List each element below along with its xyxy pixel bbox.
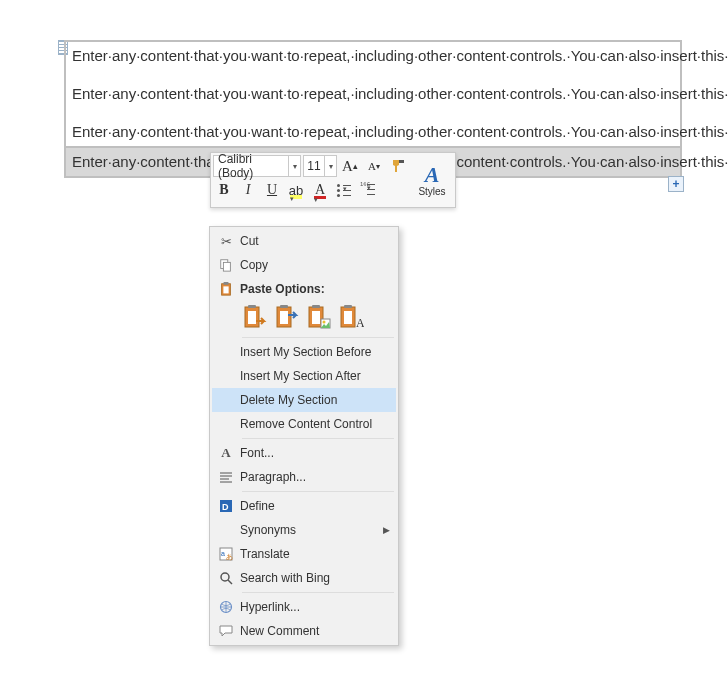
hyperlink-icon: [212, 600, 240, 614]
menu-new-comment-label: New Comment: [240, 624, 392, 638]
text-highlight-button[interactable]: ab: [285, 179, 307, 201]
copy-icon: [212, 258, 240, 272]
paste-options-row: A: [212, 301, 396, 335]
context-menu: ✂ Cut Copy Paste Options: A Insert My Se…: [209, 226, 399, 646]
svg-rect-6: [248, 305, 256, 308]
font-size-combo[interactable]: 11 ▾: [303, 155, 337, 177]
styles-icon: A: [425, 164, 440, 186]
bold-button[interactable]: B: [213, 179, 235, 201]
menu-cut-label: Cut: [240, 234, 392, 248]
svg-rect-10: [280, 311, 288, 324]
clipboard-icon: [212, 282, 240, 296]
mini-toolbar-top-row: Calibri (Body) ▾ 11 ▾ A▴ A▾: [213, 155, 409, 177]
menu-remove-content-control[interactable]: Remove Content Control: [212, 412, 396, 436]
define-icon: D: [212, 499, 240, 513]
menu-insert-after-label: Insert My Section After: [240, 369, 392, 383]
format-painter-button[interactable]: [387, 155, 409, 177]
svg-text:あ: あ: [226, 553, 233, 561]
paste-text-only-button[interactable]: A: [338, 305, 364, 331]
translate-icon: aあ: [212, 547, 240, 561]
menu-delete-section-label: Delete My Section: [240, 393, 392, 407]
menu-separator: [242, 438, 394, 439]
paragraph-icon: [212, 470, 240, 484]
mini-toolbar: Calibri (Body) ▾ 11 ▾ A▴ A▾ B I U ab A A…: [210, 152, 456, 208]
svg-rect-3: [223, 282, 228, 285]
svg-point-25: [221, 573, 229, 581]
svg-rect-12: [312, 305, 320, 308]
svg-rect-17: [344, 305, 352, 308]
search-icon: [212, 571, 240, 585]
menu-synonyms-label: Synonyms: [240, 523, 380, 537]
svg-rect-7: [248, 311, 256, 324]
paragraph[interactable]: Enter·any·content·that·you·want·to·repea…: [72, 44, 674, 68]
underline-button[interactable]: U: [261, 179, 283, 201]
svg-rect-1: [223, 262, 230, 271]
svg-rect-13: [312, 311, 320, 324]
menu-hyperlink-label: Hyperlink...: [240, 600, 392, 614]
menu-delete-section[interactable]: Delete My Section: [212, 388, 396, 412]
font-name-value: Calibri (Body): [214, 152, 288, 180]
blank-line: [72, 106, 674, 120]
numbering-button[interactable]: [357, 179, 379, 201]
menu-new-comment[interactable]: New Comment: [212, 619, 396, 643]
styles-label: Styles: [418, 186, 445, 197]
comment-icon: [212, 624, 240, 638]
menu-copy-label: Copy: [240, 258, 392, 272]
menu-paste-options-heading: Paste Options:: [212, 277, 396, 301]
menu-insert-before[interactable]: Insert My Section Before: [212, 340, 396, 364]
menu-separator: [242, 592, 394, 593]
submenu-arrow-icon: ▶: [380, 525, 392, 535]
svg-text:A: A: [356, 316, 364, 330]
dropdown-arrow-icon[interactable]: ▾: [324, 156, 336, 176]
menu-translate-label: Translate: [240, 547, 392, 561]
scissors-icon: ✂: [212, 234, 240, 249]
paste-picture-button[interactable]: [306, 305, 332, 331]
italic-button[interactable]: I: [237, 179, 259, 201]
svg-rect-18: [344, 311, 352, 324]
menu-paragraph-label: Paragraph...: [240, 470, 392, 484]
font-icon: A: [212, 445, 240, 461]
shrink-font-button[interactable]: A▾: [363, 155, 385, 177]
menu-remove-cc-label: Remove Content Control: [240, 417, 392, 431]
paste-keep-source-button[interactable]: [242, 305, 268, 331]
menu-separator: [242, 491, 394, 492]
svg-text:a: a: [221, 550, 225, 557]
svg-rect-4: [223, 286, 228, 293]
styles-gallery-button[interactable]: A Styles: [411, 155, 453, 205]
menu-define-label: Define: [240, 499, 392, 513]
dropdown-arrow-icon[interactable]: ▾: [288, 156, 300, 176]
menu-search-bing[interactable]: Search with Bing: [212, 566, 396, 590]
svg-point-15: [323, 321, 326, 324]
paste-merge-formatting-button[interactable]: [274, 305, 300, 331]
bullets-button[interactable]: [333, 179, 355, 201]
paste-options-label: Paste Options:: [240, 282, 392, 296]
svg-line-26: [228, 580, 232, 584]
mini-toolbar-controls: Calibri (Body) ▾ 11 ▾ A▴ A▾ B I U ab A: [213, 155, 409, 205]
svg-text:D: D: [222, 502, 229, 512]
menu-search-bing-label: Search with Bing: [240, 571, 392, 585]
mini-toolbar-bottom-row: B I U ab A: [213, 179, 409, 201]
font-name-combo[interactable]: Calibri (Body) ▾: [213, 155, 301, 177]
menu-separator: [242, 337, 394, 338]
paragraph[interactable]: Enter·any·content·that·you·want·to·repea…: [72, 82, 674, 106]
menu-cut[interactable]: ✂ Cut: [212, 229, 396, 253]
table-cell-section-1[interactable]: Enter·any·content·that·you·want·to·repea…: [65, 41, 681, 147]
font-size-value: 11: [304, 159, 324, 173]
menu-define[interactable]: D Define: [212, 494, 396, 518]
menu-copy[interactable]: Copy: [212, 253, 396, 277]
svg-rect-9: [280, 305, 288, 308]
menu-synonyms[interactable]: Synonyms ▶: [212, 518, 396, 542]
menu-hyperlink[interactable]: Hyperlink...: [212, 595, 396, 619]
add-section-button[interactable]: +: [668, 176, 684, 192]
paragraph[interactable]: Enter·any·content·that·you·want·to·repea…: [72, 120, 674, 144]
grow-font-button[interactable]: A▴: [339, 155, 361, 177]
menu-font-label: Font...: [240, 446, 392, 460]
font-color-button[interactable]: A: [309, 179, 331, 201]
menu-insert-after[interactable]: Insert My Section After: [212, 364, 396, 388]
menu-insert-before-label: Insert My Section Before: [240, 345, 392, 359]
menu-translate[interactable]: aあ Translate: [212, 542, 396, 566]
menu-paragraph[interactable]: Paragraph...: [212, 465, 396, 489]
menu-font[interactable]: A Font...: [212, 441, 396, 465]
blank-line: [72, 68, 674, 82]
